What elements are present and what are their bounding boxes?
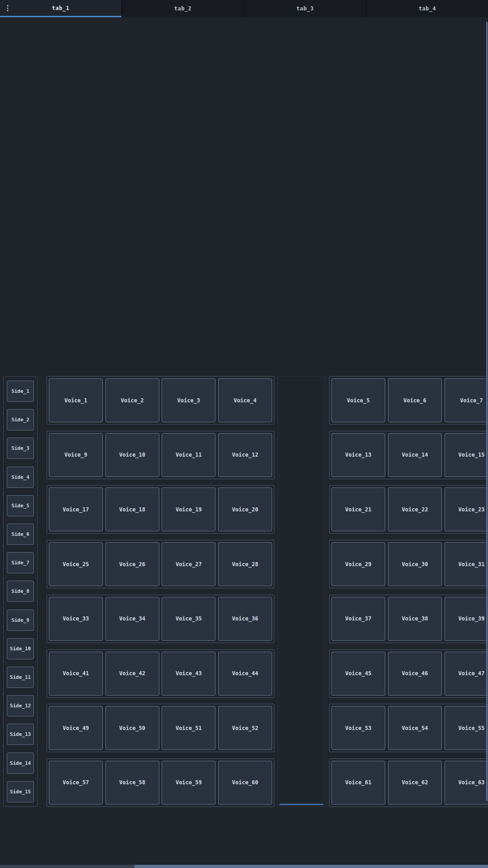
voice-button[interactable]: Voice_5 [331, 378, 385, 422]
center-divider-panel [277, 376, 325, 807]
voice-button[interactable]: Voice_61 [331, 761, 385, 805]
voice-button-group: Voice_57Voice_58Voice_59Voice_60 [47, 758, 274, 807]
side-button[interactable]: Side_13 [7, 724, 34, 745]
voice-button[interactable]: Voice_2 [105, 378, 159, 422]
voice-button[interactable]: Voice_20 [218, 487, 272, 531]
voice-button[interactable]: Voice_53 [331, 706, 385, 750]
side-button[interactable]: Side_7 [7, 552, 34, 573]
voice-button[interactable]: Voice_62 [388, 761, 442, 805]
voice-button[interactable]: Voice_37 [331, 597, 385, 641]
voice-button[interactable]: Voice_41 [49, 652, 103, 696]
voice-button[interactable]: Voice_46 [388, 652, 442, 696]
divider-scrollbar-thumb[interactable] [279, 804, 324, 805]
side-button[interactable]: Side_14 [7, 753, 34, 774]
voice-button[interactable]: Voice_26 [105, 542, 159, 586]
voice-button-group: Voice_41Voice_42Voice_43Voice_44 [47, 649, 274, 698]
voice-button[interactable]: Voice_29 [331, 542, 385, 586]
voice-button[interactable]: Voice_15 [445, 433, 488, 477]
voice-button-group: Voice_49Voice_50Voice_51Voice_52 [47, 704, 274, 752]
voice-button[interactable]: Voice_38 [388, 597, 442, 641]
voice-button[interactable]: Voice_43 [162, 652, 215, 696]
side-button[interactable]: Side_12 [7, 695, 34, 716]
voice-button[interactable]: Voice_27 [162, 542, 215, 586]
voice-button[interactable]: Voice_6 [388, 378, 442, 422]
voice-button[interactable]: Voice_23 [445, 487, 488, 531]
side-button[interactable]: Side_9 [7, 610, 34, 631]
horizontal-scrollbar-track[interactable] [0, 865, 134, 868]
voice-button[interactable]: Voice_58 [105, 761, 159, 805]
side-button[interactable]: Side_4 [7, 467, 34, 488]
voice-button[interactable]: Voice_63 [445, 761, 488, 805]
voice-button[interactable]: Voice_28 [218, 542, 272, 586]
voice-button-group: Voice_45Voice_46Voice_47 [329, 649, 488, 698]
voice-button-group: Voice_1Voice_2Voice_3Voice_4 [47, 376, 274, 424]
voice-button[interactable]: Voice_33 [49, 597, 103, 641]
side-button[interactable]: Side_10 [7, 638, 34, 659]
voice-button-group: Voice_13Voice_14Voice_15 [329, 431, 488, 479]
voice-button[interactable]: Voice_18 [105, 487, 159, 531]
voice-button-group: Voice_53Voice_54Voice_55 [329, 704, 488, 752]
side-button[interactable]: Side_5 [7, 495, 34, 516]
voice-button[interactable]: Voice_4 [218, 378, 272, 422]
tab-tab_1[interactable]: tab_1 [0, 0, 121, 17]
side-button[interactable]: Side_15 [7, 781, 34, 802]
side-button[interactable]: Side_6 [7, 524, 34, 545]
voice-button-group: Voice_21Voice_22Voice_23 [329, 485, 488, 534]
voice-button[interactable]: Voice_25 [49, 542, 103, 586]
voice-button[interactable]: Voice_21 [331, 487, 385, 531]
voice-button-group: Voice_33Voice_34Voice_35Voice_36 [47, 595, 274, 643]
voice-button[interactable]: Voice_45 [331, 652, 385, 696]
voice-button-group: Voice_25Voice_26Voice_27Voice_28 [47, 540, 274, 588]
voice-button[interactable]: Voice_47 [445, 652, 488, 696]
left-voice-grid: Voice_1Voice_2Voice_3Voice_4Voice_9Voice… [47, 376, 274, 807]
voice-button[interactable]: Voice_36 [218, 597, 272, 641]
tab-tab_2[interactable]: tab_2 [122, 0, 244, 17]
voice-button[interactable]: Voice_42 [105, 652, 159, 696]
voice-button[interactable]: Voice_39 [445, 597, 488, 641]
voice-button[interactable]: Voice_17 [49, 487, 103, 531]
voice-button[interactable]: Voice_13 [331, 433, 385, 477]
voice-button[interactable]: Voice_55 [445, 706, 488, 750]
voice-button[interactable]: Voice_30 [388, 542, 442, 586]
voice-button-group: Voice_9Voice_10Voice_11Voice_12 [47, 431, 274, 479]
voice-button[interactable]: Voice_10 [105, 433, 159, 477]
voice-button[interactable]: Voice_35 [162, 597, 215, 641]
voice-button[interactable]: Voice_52 [218, 706, 272, 750]
voice-button[interactable]: Voice_12 [218, 433, 272, 477]
voice-button[interactable]: Voice_22 [388, 487, 442, 531]
voice-button[interactable]: Voice_59 [162, 761, 215, 805]
voice-button[interactable]: Voice_3 [162, 378, 215, 422]
tab-bar: ⋮ tab_1 tab_2 tab_3 tab_4 [0, 0, 488, 17]
side-button[interactable]: Side_8 [7, 581, 34, 602]
kebab-menu-icon[interactable]: ⋮ [4, 5, 11, 12]
voice-button[interactable]: Voice_19 [162, 487, 215, 531]
voice-button[interactable]: Voice_11 [162, 433, 215, 477]
tab-tab_3[interactable]: tab_3 [244, 0, 366, 17]
voice-button[interactable]: Voice_57 [49, 761, 103, 805]
side-button[interactable]: Side_11 [7, 667, 34, 688]
voice-button-group: Voice_61Voice_62Voice_63 [329, 758, 488, 807]
voice-button[interactable]: Voice_14 [388, 433, 442, 477]
voice-button[interactable]: Voice_31 [445, 542, 488, 586]
voice-button[interactable]: Voice_60 [218, 761, 272, 805]
voice-button[interactable]: Voice_50 [105, 706, 159, 750]
voice-button[interactable]: Voice_54 [388, 706, 442, 750]
voice-button[interactable]: Voice_9 [49, 433, 103, 477]
right-voice-grid: Voice_5Voice_6Voice_7Voice_13Voice_14Voi… [329, 376, 488, 807]
vertical-scrollbar-thumb[interactable] [486, 22, 488, 801]
voice-button[interactable]: Voice_1 [49, 378, 103, 422]
voice-button-group: Voice_29Voice_30Voice_31 [329, 540, 488, 588]
side-button[interactable]: Side_3 [7, 438, 34, 459]
voice-button[interactable]: Voice_49 [49, 706, 103, 750]
tab-tab_4[interactable]: tab_4 [367, 0, 488, 17]
voice-button[interactable]: Voice_7 [445, 378, 488, 422]
side-button[interactable]: Side_2 [7, 409, 34, 430]
voice-button[interactable]: Voice_44 [218, 652, 272, 696]
side-button-panel: Side_1Side_2Side_3Side_4Side_5Side_6Side… [3, 376, 38, 807]
voice-button[interactable]: Voice_51 [162, 706, 215, 750]
voice-button-group: Voice_17Voice_18Voice_19Voice_20 [47, 485, 274, 534]
voice-button-group: Voice_5Voice_6Voice_7 [329, 376, 488, 424]
horizontal-scrollbar-thumb[interactable] [134, 865, 488, 868]
voice-button[interactable]: Voice_34 [105, 597, 159, 641]
side-button[interactable]: Side_1 [7, 381, 34, 402]
